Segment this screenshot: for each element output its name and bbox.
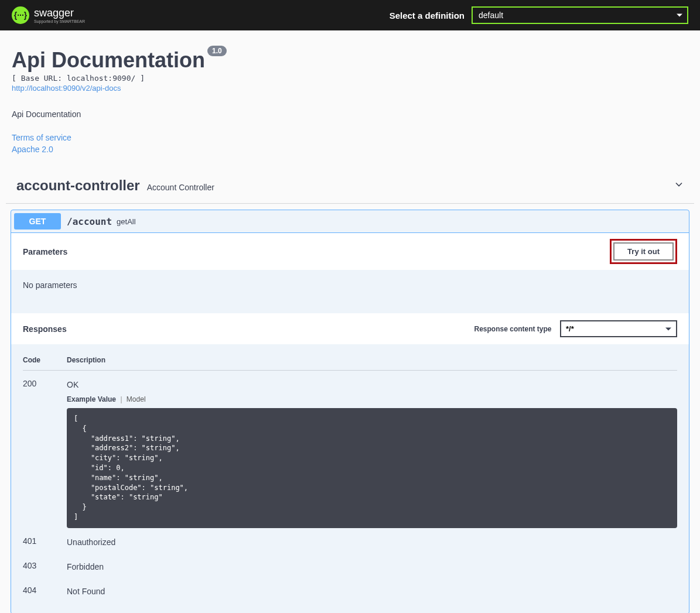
operation-block: GET /account getAll Parameters Try it ou… <box>11 210 689 613</box>
response-code: 200 <box>23 379 67 388</box>
definition-select[interactable]: default <box>472 6 688 24</box>
logo-text: swagger <box>34 8 85 18</box>
response-code: 404 <box>23 585 67 595</box>
tag-header[interactable]: account-controller Account Controller <box>6 168 694 204</box>
responses-label: Responses <box>23 324 67 334</box>
response-description: Forbidden <box>67 562 677 571</box>
try-it-out-button[interactable]: Try it out <box>613 242 674 261</box>
definition-select-label: Select a definition <box>390 11 465 20</box>
response-row-401: 401 Unauthorized <box>23 528 677 553</box>
operation-path: /account <box>67 216 112 227</box>
example-value-tab[interactable]: Example Value <box>67 395 116 403</box>
parameters-label: Parameters <box>23 247 67 256</box>
response-description: OK <box>67 380 677 389</box>
parameters-body: No parameters <box>11 270 689 313</box>
operation-summary[interactable]: GET /account getAll <box>11 210 689 233</box>
topbar-brand[interactable]: {···} swagger Supported by SMARTBEAR <box>12 6 85 24</box>
info-section: Api Documentation 1.0 [ Base URL: localh… <box>0 30 700 168</box>
tag-section: account-controller Account Controller GE… <box>0 168 700 613</box>
response-row-404: 404 Not Found <box>23 577 677 602</box>
response-row-403: 403 Forbidden <box>23 553 677 577</box>
content-type-select[interactable]: */* <box>560 320 677 337</box>
tag-description: Account Controller <box>147 183 214 192</box>
logo-subtext: Supported by SMARTBEAR <box>34 19 85 23</box>
version-badge: 1.0 <box>207 46 227 56</box>
response-code: 401 <box>23 536 67 546</box>
operation-summary-text: getAll <box>117 217 136 226</box>
api-title-text: Api Documentation <box>12 48 205 73</box>
responses-header: Responses Response content type */* <box>11 313 689 344</box>
response-description: Unauthorized <box>67 537 677 547</box>
description-column-header: Description <box>67 356 677 364</box>
example-response-body[interactable]: [ { "address1": "string", "address2": "s… <box>67 408 677 528</box>
responses-table: Code Description 200 OK Example Value | … <box>11 344 689 613</box>
chevron-down-icon <box>673 179 685 193</box>
api-description: Api Documentation <box>12 109 688 119</box>
response-row-200: 200 OK Example Value | Model [ { "addres… <box>23 371 677 528</box>
tag-name: account-controller <box>16 177 140 194</box>
license-link[interactable]: Apache 2.0 <box>12 145 688 154</box>
terms-of-service-link[interactable]: Terms of service <box>12 133 688 142</box>
response-code: 403 <box>23 561 67 570</box>
topbar: {···} swagger Supported by SMARTBEAR Sel… <box>0 0 700 30</box>
response-description: Not Found <box>67 587 677 596</box>
api-docs-link[interactable]: http://localhost:9090/v2/api-docs <box>12 84 121 93</box>
content-type-label: Response content type <box>474 325 552 333</box>
base-url: [ Base URL: localhost:9090/ ] <box>12 74 688 83</box>
parameters-header: Parameters Try it out <box>11 233 689 270</box>
model-tab[interactable]: Model <box>127 395 146 403</box>
try-it-out-highlight: Try it out <box>610 239 677 264</box>
api-title: Api Documentation 1.0 <box>12 48 227 73</box>
code-column-header: Code <box>23 356 67 364</box>
swagger-logo-icon: {···} <box>12 6 29 24</box>
http-method-badge: GET <box>14 213 61 230</box>
